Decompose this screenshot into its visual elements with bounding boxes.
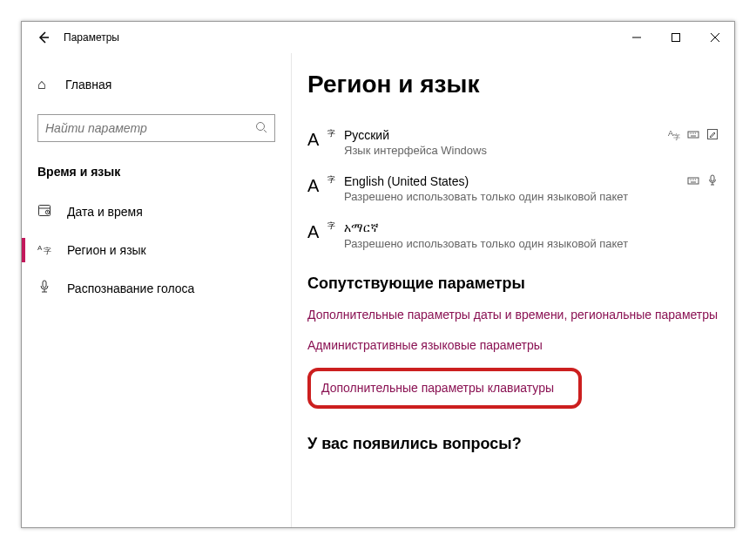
svg-text:字: 字 [44, 247, 51, 255]
page-title: Регион и язык [307, 71, 719, 98]
highlight-annotation: Дополнительные параметры клавиатуры [307, 368, 582, 409]
settings-window: Параметры ⌂ Главная [21, 21, 735, 528]
window-controls [617, 24, 734, 51]
svg-rect-0 [672, 34, 679, 42]
home-button[interactable]: ⌂ Главная [37, 67, 275, 102]
speech-icon [706, 174, 719, 189]
language-desc: Разрешено использовать только один языко… [344, 237, 719, 250]
keyboard-icon [687, 174, 699, 189]
language-item-amharic[interactable]: A字 አማርኛ Разрешено использовать только од… [307, 212, 719, 259]
svg-rect-11 [688, 178, 699, 184]
main-panel: Регион и язык A字 Русский Язык интерфейса… [292, 53, 734, 527]
back-button[interactable] [29, 23, 58, 52]
content-area: ⌂ Главная Время и язык Дата и время [22, 53, 734, 527]
sidebar-category-heading: Время и язык [22, 165, 291, 179]
sidebar-item-label: Дата и время [67, 205, 143, 219]
maximize-icon [672, 33, 680, 42]
language-desc: Разрешено использовать только один языко… [344, 190, 687, 203]
text-to-speech-icon: A字 [668, 128, 680, 143]
link-advanced-keyboard-settings[interactable]: Дополнительные параметры клавиатуры [321, 380, 554, 396]
svg-point-1 [257, 122, 265, 130]
home-label: Главная [65, 78, 111, 92]
svg-text:A: A [37, 244, 43, 252]
home-icon: ⌂ [37, 77, 58, 92]
maximize-button[interactable] [656, 24, 695, 51]
questions-heading: У вас появились вопросы? [307, 435, 719, 453]
svg-text:字: 字 [673, 133, 680, 140]
microphone-icon [37, 280, 58, 297]
handwriting-icon [706, 128, 719, 143]
language-list: A字 Русский Язык интерфейса Windows A字 [307, 119, 719, 259]
close-icon [711, 33, 719, 42]
search-icon [255, 121, 267, 136]
close-button[interactable] [695, 24, 734, 51]
svg-rect-9 [688, 132, 699, 138]
language-icon: A字 [37, 241, 58, 259]
svg-rect-6 [43, 281, 46, 288]
language-name: English (United States) [344, 174, 687, 188]
minimize-icon [632, 33, 641, 42]
language-glyph-icon: A字 [307, 222, 332, 242]
sidebar-item-label: Распознавание голоса [67, 281, 194, 295]
link-admin-language-settings[interactable]: Административные языковые параметры [307, 337, 719, 354]
related-settings-heading: Сопутствующие параметры [307, 274, 719, 293]
language-glyph-icon: A字 [307, 130, 332, 150]
calendar-icon [37, 203, 58, 220]
sidebar-item-date-time[interactable]: Дата и время [22, 193, 291, 231]
svg-rect-12 [711, 175, 714, 181]
search-input[interactable] [45, 121, 255, 135]
link-date-region-settings[interactable]: Дополнительные параметры даты и времени,… [307, 307, 719, 323]
language-name: አማርኛ [344, 220, 719, 235]
language-name: Русский [344, 128, 668, 142]
minimize-button[interactable] [617, 24, 656, 51]
sidebar-item-speech[interactable]: Распознавание голоса [22, 269, 291, 308]
sidebar-item-region-language[interactable]: A字 Регион и язык [22, 231, 291, 269]
language-item-english[interactable]: A字 English (United States) Разрешено исп… [307, 166, 719, 212]
window-title: Параметры [64, 31, 119, 44]
titlebar: Параметры [22, 22, 734, 53]
sidebar: ⌂ Главная Время и язык Дата и время [22, 53, 292, 527]
sidebar-item-label: Регион и язык [67, 243, 146, 257]
arrow-left-icon [37, 30, 51, 44]
search-input-container[interactable] [37, 114, 275, 142]
keyboard-icon [687, 128, 699, 143]
language-desc: Язык интерфейса Windows [344, 144, 668, 157]
language-glyph-icon: A字 [307, 176, 332, 196]
language-item-russian[interactable]: A字 Русский Язык интерфейса Windows A字 [307, 119, 719, 166]
